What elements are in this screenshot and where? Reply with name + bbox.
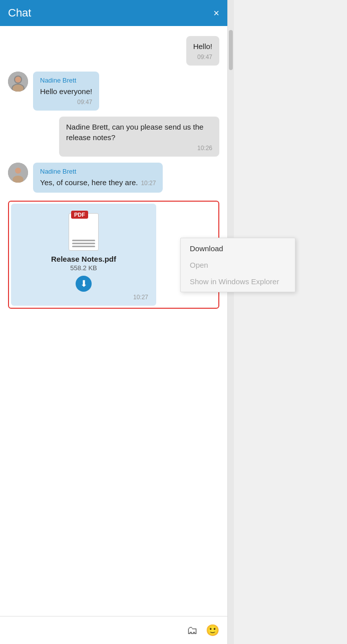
message-bubble: Nadine Brett Hello everyone! 09:47 [33, 72, 99, 111]
message-3: Nadine Brett, can you please send us the… [8, 117, 219, 157]
context-menu-item-download[interactable]: Download [181, 240, 295, 257]
attachment-icon[interactable]: 🗂 [187, 624, 198, 637]
close-button[interactable]: × [213, 8, 219, 18]
scrollbar-area [228, 0, 234, 644]
file-time: 10:27 [133, 294, 148, 301]
message-text: Hello everyone! [40, 87, 92, 96]
message-bubble: Nadine Brett, can you please send us the… [59, 117, 219, 157]
message-1: Hello! 09:47 [8, 36, 219, 66]
message-time: 10:26 [66, 145, 212, 152]
message-bubble: Nadine Brett Yes, of course, here they a… [33, 163, 163, 193]
context-menu-item-show-explorer[interactable]: Show in Windows Explorer [181, 273, 295, 290]
emoji-icon[interactable]: 🙂 [206, 624, 219, 637]
message-time: 09:47 [193, 54, 212, 61]
sender-name: Nadine Brett [40, 168, 156, 175]
file-size: 558.2 KB [70, 264, 97, 272]
pdf-label: PDF [71, 211, 88, 219]
svg-point-3 [15, 77, 21, 83]
message-bubble: Hello! 09:47 [186, 36, 219, 66]
right-area [234, 0, 347, 644]
file-name: Release Notes.pdf [51, 255, 116, 263]
chat-header: Chat × [0, 0, 227, 26]
message-text: Hello! [193, 42, 212, 51]
svg-point-6 [15, 168, 21, 174]
context-menu-item-open[interactable]: Open [181, 257, 295, 273]
message-text: Nadine Brett, can you please send us the… [66, 123, 203, 142]
context-menu: Download Open Show in Windows Explorer [180, 238, 295, 292]
message-time: 09:47 [40, 99, 92, 106]
message-2: Nadine Brett Hello everyone! 09:47 [8, 72, 219, 111]
file-bubble[interactable]: PDF Release Notes.pdf 558.2 KB ⬇ 10:27 [11, 204, 156, 306]
download-icon: ⬇ [80, 278, 88, 289]
avatar [8, 72, 28, 92]
chat-messages: Hello! 09:47 Nadine Brett Hello everyone… [0, 26, 227, 616]
download-button[interactable]: ⬇ [76, 276, 92, 292]
chat-toolbar: 🗂 🙂 [0, 616, 227, 644]
chat-title: Chat [8, 7, 31, 20]
message-4: Nadine Brett Yes, of course, here they a… [8, 163, 219, 193]
avatar [8, 163, 28, 183]
sender-name: Nadine Brett [40, 77, 92, 84]
scrollbar-thumb[interactable] [229, 30, 233, 70]
message-text: Yes, of course, here they are.10:27 [40, 178, 156, 187]
pdf-icon: PDF [66, 211, 101, 251]
